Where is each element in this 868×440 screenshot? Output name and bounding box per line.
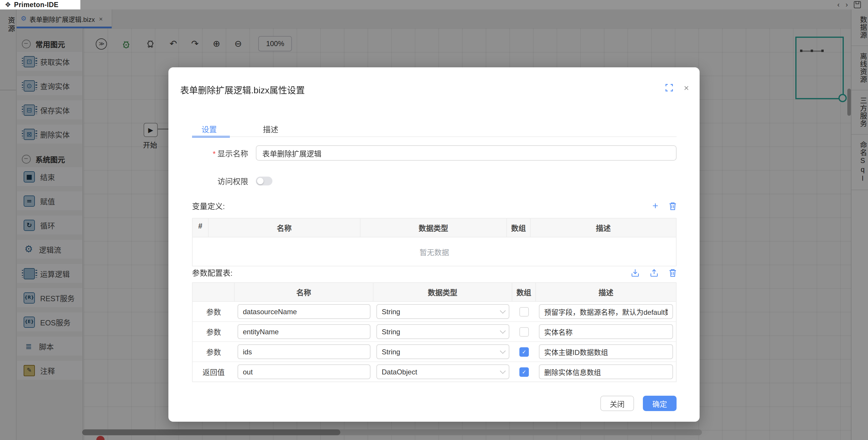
tabs-divider [192,136,677,137]
param-desc-input[interactable] [539,304,673,319]
variables-table: # 名称 数据类型 数组 描述 暂无数据 [192,218,677,266]
tab-settings[interactable]: 设置 [197,123,222,135]
variables-section-label: 变量定义: [192,200,225,212]
param-kind: 参数 [193,342,235,362]
params-section-label: 参数配置表: [192,267,232,278]
param-kind: 参数 [193,322,235,341]
dialog-title: 表单删除扩展逻辑.bizx属性设置 [180,83,305,96]
access-permission-label: 访问权限 [192,176,248,187]
delete-param-icon[interactable] [669,269,677,277]
app-logo-icon: ❖ [5,1,11,8]
app-logo-area: ❖ Primeton-IDE [0,0,80,9]
params-table: 名称 数据类型 数组 描述 参数 String 参数 String [192,282,677,382]
display-name-label: *显示名称 [192,147,248,159]
param-name-input[interactable] [238,365,370,379]
param-desc-input[interactable] [539,324,673,339]
param-row: 返回值 DataObject [193,362,676,381]
param-type-select[interactable]: String [376,344,509,359]
close-button[interactable]: 关闭 [600,396,634,411]
add-variable-icon[interactable]: + [652,201,658,211]
param-row: 参数 String [193,322,676,342]
param-array-checkbox[interactable] [519,367,529,377]
access-permission-toggle[interactable] [256,177,272,185]
chevron-down-icon [500,348,506,354]
display-name-input[interactable] [256,145,677,161]
param-desc-input[interactable] [539,365,673,379]
param-kind: 返回值 [193,362,235,381]
chevron-down-icon [500,368,506,374]
param-array-checkbox[interactable] [519,347,529,356]
param-row: 参数 String [193,342,676,362]
param-kind: 参数 [193,302,235,321]
app-window: ‹ › ❖ Primeton-IDE ⚙ 表单删除扩展逻辑.bizx × 资源 … [0,0,868,440]
param-array-checkbox[interactable] [519,307,529,316]
param-row: 参数 String [193,302,676,322]
dialog-tabs: 设置 描述 [192,123,283,135]
fullscreen-icon[interactable] [665,84,673,92]
param-desc-input[interactable] [539,344,673,359]
param-name-input[interactable] [238,304,370,319]
param-array-checkbox[interactable] [519,327,529,336]
param-name-input[interactable] [238,344,370,359]
param-name-input[interactable] [238,324,370,339]
empty-placeholder: 暂无数据 [193,238,676,266]
param-type-select[interactable]: DataObject [376,365,509,379]
chevron-down-icon [500,308,506,314]
param-type-select[interactable]: String [376,304,509,319]
app-title: Primeton-IDE [14,1,59,8]
properties-dialog: 表单删除扩展逻辑.bizx属性设置 × 设置 描述 *显示名称 访问权限 [168,67,700,422]
param-type-select[interactable]: String [376,324,509,339]
chevron-down-icon [500,328,506,334]
close-icon[interactable]: × [684,83,689,92]
tab-description[interactable]: 描述 [258,123,283,135]
delete-variable-icon[interactable] [669,202,677,210]
export-params-icon[interactable] [650,269,658,277]
import-params-icon[interactable] [631,269,639,277]
ok-button[interactable]: 确定 [643,396,677,411]
